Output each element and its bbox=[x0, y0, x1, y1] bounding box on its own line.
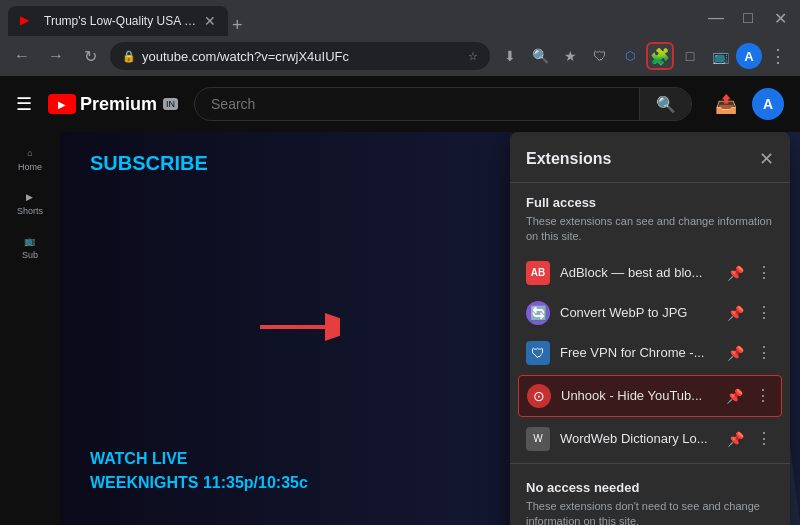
subscriptions-icon[interactable]: 📺Sub bbox=[22, 236, 38, 260]
shorts-icon[interactable]: ▶Shorts bbox=[17, 192, 43, 216]
adblock-icon: AB bbox=[526, 261, 550, 285]
hamburger-menu[interactable]: ☰ bbox=[16, 93, 32, 115]
extensions-panel: Extensions ✕ Full access These extension… bbox=[510, 132, 790, 525]
bookmark-icon: ☆ bbox=[468, 50, 478, 63]
panel-header: Extensions ✕ bbox=[510, 132, 790, 183]
unhook-more[interactable]: ⋮ bbox=[753, 386, 773, 405]
header-right: 📤 A bbox=[708, 86, 784, 122]
extensions-icon[interactable]: 🧩 bbox=[646, 42, 674, 70]
panel-close-button[interactable]: ✕ bbox=[759, 148, 774, 170]
extension-convert-webp[interactable]: 🔄 Convert WebP to JPG 📌 ⋮ bbox=[510, 293, 790, 333]
wordweb-pin[interactable]: 📌 bbox=[727, 431, 744, 447]
wordweb-icon: W bbox=[526, 427, 550, 451]
bookmark-star-icon[interactable]: ★ bbox=[556, 42, 584, 70]
unhook-name: Unhook - Hide YouTub... bbox=[561, 388, 716, 403]
url-text: youtube.com/watch?v=crwjX4uIUFc bbox=[142, 49, 462, 64]
full-access-title: Full access bbox=[510, 183, 790, 214]
vpn-icon: 🛡 bbox=[526, 341, 550, 365]
user-avatar[interactable]: A bbox=[752, 88, 784, 120]
adblock-pin[interactable]: 📌 bbox=[727, 265, 744, 281]
tab-favicon: ▶ bbox=[20, 13, 36, 29]
adblock-more[interactable]: ⋮ bbox=[754, 263, 774, 282]
unhook-icon: ⊙ bbox=[527, 384, 551, 408]
subscribe-text: SUBSCRIBE bbox=[90, 152, 208, 195]
divider bbox=[510, 463, 790, 464]
panel-title: Extensions bbox=[526, 150, 611, 168]
youtube-logo-badge: IN bbox=[163, 98, 178, 110]
no-access-title: No access needed bbox=[510, 468, 790, 499]
convert-webp-more[interactable]: ⋮ bbox=[754, 303, 774, 322]
maximize-button[interactable]: □ bbox=[736, 6, 760, 30]
tab-title: Trump's Low-Quality USA Bible… bbox=[44, 14, 196, 28]
full-access-desc: These extensions can see and change info… bbox=[510, 214, 790, 253]
extension-color-icon[interactable]: ⬡ bbox=[616, 42, 644, 70]
active-tab[interactable]: ▶ Trump's Low-Quality USA Bible… ✕ bbox=[8, 6, 228, 36]
title-bar: ▶ Trump's Low-Quality USA Bible… ✕ + — □… bbox=[0, 0, 800, 36]
reload-button[interactable]: ↻ bbox=[76, 42, 104, 70]
convert-webp-icon: 🔄 bbox=[526, 301, 550, 325]
search-button[interactable]: 🔍 bbox=[639, 87, 691, 121]
back-button[interactable]: ← bbox=[8, 42, 36, 70]
shield-icon[interactable]: 🛡 bbox=[586, 42, 614, 70]
close-button[interactable]: ✕ bbox=[768, 6, 792, 30]
cast-icon[interactable]: 📺 bbox=[706, 42, 734, 70]
extension-unhook[interactable]: ⊙ Unhook - Hide YouTub... 📌 ⋮ bbox=[518, 375, 782, 417]
zoom-icon[interactable]: 🔍 bbox=[526, 42, 554, 70]
youtube-logo-text: Premium bbox=[80, 94, 157, 115]
window-controls: — □ ✕ bbox=[704, 6, 792, 30]
nav-icons: ⬇ 🔍 ★ 🛡 ⬡ 🧩 □ 📺 A ⋮ bbox=[496, 42, 792, 70]
tab-bar: ▶ Trump's Low-Quality USA Bible… ✕ + bbox=[8, 0, 696, 36]
content-area: ⌂Home ▶Shorts 📺Sub SUBSCRIBE WATCH bbox=[0, 132, 800, 525]
wordweb-more[interactable]: ⋮ bbox=[754, 429, 774, 448]
wordweb-name: WordWeb Dictionary Lo... bbox=[560, 431, 717, 446]
download-icon[interactable]: ⬇ bbox=[496, 42, 524, 70]
unhook-pin[interactable]: 📌 bbox=[726, 388, 743, 404]
forward-button[interactable]: → bbox=[42, 42, 70, 70]
address-bar[interactable]: 🔒 youtube.com/watch?v=crwjX4uIUFc ☆ bbox=[110, 42, 490, 70]
profile-avatar[interactable]: A bbox=[736, 43, 762, 69]
no-access-desc: These extensions don't need to see and c… bbox=[510, 499, 790, 525]
upload-button[interactable]: 📤 bbox=[708, 86, 744, 122]
convert-webp-name: Convert WebP to JPG bbox=[560, 305, 717, 320]
red-arrow-indicator bbox=[260, 312, 340, 346]
extension-vpn[interactable]: 🛡 Free VPN for Chrome -... 📌 ⋮ bbox=[510, 333, 790, 373]
secure-icon: 🔒 bbox=[122, 50, 136, 63]
new-tab-button[interactable]: + bbox=[232, 15, 243, 36]
vpn-name: Free VPN for Chrome -... bbox=[560, 345, 717, 360]
youtube-logo[interactable]: Premium IN bbox=[48, 94, 178, 115]
youtube-sidebar: ⌂Home ▶Shorts 📺Sub bbox=[0, 132, 60, 525]
youtube-logo-icon bbox=[48, 94, 76, 114]
menu-button[interactable]: ⋮ bbox=[764, 42, 792, 70]
convert-webp-pin[interactable]: 📌 bbox=[727, 305, 744, 321]
vpn-pin[interactable]: 📌 bbox=[727, 345, 744, 361]
youtube-header: ☰ Premium IN 🔍 📤 A bbox=[0, 76, 800, 132]
extension-wordweb[interactable]: W WordWeb Dictionary Lo... 📌 ⋮ bbox=[510, 419, 790, 459]
search-input[interactable] bbox=[195, 96, 639, 112]
adblock-name: AdBlock — best ad blo... bbox=[560, 265, 717, 280]
watch-live-text: WATCH LIVEWEEKNIGHTS 11:35p/10:35c bbox=[90, 447, 308, 495]
tab-close-button[interactable]: ✕ bbox=[204, 13, 216, 29]
extension-adblock[interactable]: AB AdBlock — best ad blo... 📌 ⋮ bbox=[510, 253, 790, 293]
minimize-button[interactable]: — bbox=[704, 6, 728, 30]
nav-bar: ← → ↻ 🔒 youtube.com/watch?v=crwjX4uIUFc … bbox=[0, 36, 800, 76]
home-icon[interactable]: ⌂Home bbox=[18, 148, 42, 172]
profile-icon[interactable]: □ bbox=[676, 42, 704, 70]
search-bar[interactable]: 🔍 bbox=[194, 87, 692, 121]
vpn-more[interactable]: ⋮ bbox=[754, 343, 774, 362]
